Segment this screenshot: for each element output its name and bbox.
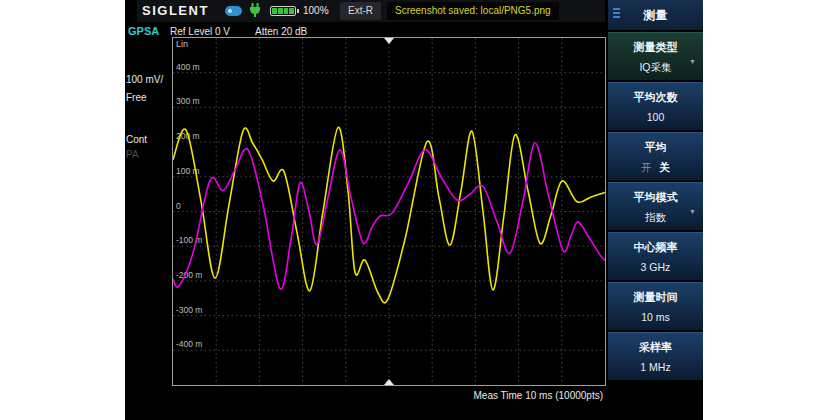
instrument-screen: SIGLENT 100% Ext-R Screenshot saved: loc… — [125, 0, 703, 420]
softkey-menu: 测量 测量类型 IQ采集 ▼ 平均次数 100 平均 开关 平均模式 指数 ▼ — [608, 0, 703, 420]
page: SIGLENT 100% Ext-R Screenshot saved: loc… — [0, 0, 840, 420]
softkey-value: 100 — [608, 111, 703, 123]
softkey-label: 中心频率 — [608, 233, 703, 255]
y-tick-label: 0 — [176, 201, 181, 211]
ext-ref-badge: Ext-R — [340, 2, 381, 20]
mode-label: GPSA — [128, 25, 159, 37]
toggle-on-label[interactable]: 开 — [641, 161, 652, 173]
softkey-avg-count[interactable]: 平均次数 100 — [608, 82, 703, 130]
softkey-label: 测量时间 — [608, 283, 703, 305]
softkey-average-toggle[interactable]: 平均 开关 — [608, 132, 703, 180]
menu-title: 测量 — [644, 7, 668, 24]
softkey-label: 平均次数 — [608, 83, 703, 105]
softkey-value: 1 MHz — [608, 361, 703, 373]
preamp-label: PA — [126, 149, 139, 160]
softkey-sample-rate[interactable]: 采样率 1 MHz — [608, 332, 703, 380]
softkey-center-freq[interactable]: 中心频率 3 GHz — [608, 232, 703, 280]
siglent-logo: SIGLENT — [142, 3, 209, 18]
menu-header[interactable]: 测量 — [608, 0, 703, 30]
softkey-label: 采样率 — [608, 333, 703, 355]
bottom-marker-icon — [384, 379, 394, 385]
scale-label: 100 mV/ — [126, 74, 163, 85]
toggle-off-label[interactable]: 关 — [660, 161, 671, 173]
chevron-down-icon: ▼ — [689, 58, 696, 65]
chart-svg: 400 m300 m200 m100 m0-100 m-200 m-300 m-… — [173, 38, 605, 385]
trigger-label: Free — [126, 92, 147, 103]
power-plug-icon — [249, 3, 261, 22]
chevron-down-icon: ▼ — [689, 208, 696, 215]
y-tick-label: 300 m — [176, 96, 200, 106]
screenshot-saved-message: Screenshot saved: local/PNG5.png — [387, 2, 559, 20]
softkey-label: 平均 — [608, 133, 703, 155]
usb-icon — [225, 6, 242, 16]
sweep-label: Cont — [126, 134, 147, 145]
softkey-avg-mode[interactable]: 平均模式 指数 ▼ — [608, 182, 703, 230]
softkey-label: 测量类型 — [608, 33, 703, 55]
y-tick-label: -100 m — [176, 235, 202, 245]
y-tick-label: -300 m — [176, 305, 202, 315]
scale-mode-label: Lin — [176, 39, 188, 49]
menu-grip-icon — [613, 8, 621, 22]
y-tick-label: -400 m — [176, 339, 202, 349]
battery-icon — [270, 6, 296, 16]
battery-percent: 100% — [303, 5, 329, 16]
softkey-label: 平均模式 — [608, 183, 703, 205]
ref-level-label[interactable]: Ref Level 0 V — [170, 26, 230, 37]
y-tick-label: 400 m — [176, 62, 200, 72]
softkey-meas-time[interactable]: 测量时间 10 ms — [608, 282, 703, 330]
meas-time-readout: Meas Time 10 ms (10000pts) — [173, 390, 603, 401]
atten-label[interactable]: Atten 20 dB — [255, 26, 307, 37]
battery-nub — [297, 9, 299, 13]
top-marker-icon — [384, 38, 394, 44]
softkey-value: 10 ms — [608, 311, 703, 323]
toolbar: SIGLENT 100% Ext-R Screenshot saved: loc… — [137, 0, 605, 22]
softkey-value: 3 GHz — [608, 261, 703, 273]
softkey-meas-type[interactable]: 测量类型 IQ采集 ▼ — [608, 32, 703, 80]
y-tick-label: -200 m — [176, 270, 202, 280]
chart-area: 400 m300 m200 m100 m0-100 m-200 m-300 m-… — [172, 37, 606, 386]
